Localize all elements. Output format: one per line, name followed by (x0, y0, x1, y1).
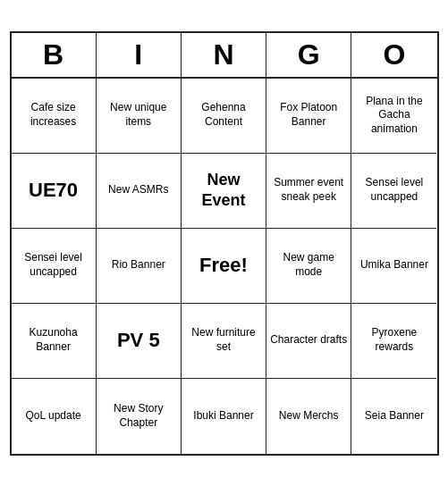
bingo-cell-0: Cafe size increases (12, 79, 97, 154)
bingo-cell-11: Rio Banner (97, 229, 182, 304)
bingo-letter-n: N (182, 33, 266, 77)
bingo-cell-8: Summer event sneak peek (266, 154, 351, 229)
bingo-cell-20: QoL update (12, 379, 97, 454)
bingo-header: BINGO (12, 33, 437, 79)
bingo-cell-1: New unique items (97, 79, 182, 154)
bingo-cell-14: Umika Banner (351, 229, 436, 304)
bingo-letter-b: B (12, 33, 97, 77)
bingo-cell-21: New Story Chapter (97, 379, 182, 454)
bingo-cell-17: New furniture set (182, 304, 266, 379)
bingo-card: BINGO Cafe size increasesNew unique item… (10, 31, 439, 456)
bingo-cell-13: New game mode (266, 229, 351, 304)
bingo-grid: Cafe size increasesNew unique itemsGehen… (12, 79, 437, 454)
bingo-letter-g: G (266, 33, 351, 77)
bingo-cell-15: Kuzunoha Banner (12, 304, 97, 379)
bingo-cell-5: UE70 (12, 154, 97, 229)
bingo-cell-22: Ibuki Banner (182, 379, 266, 454)
bingo-cell-7: New Event (182, 154, 266, 229)
bingo-cell-6: New ASMRs (97, 154, 182, 229)
bingo-cell-16: PV 5 (97, 304, 182, 379)
bingo-cell-3: Fox Platoon Banner (266, 79, 351, 154)
bingo-letter-o: O (351, 33, 436, 77)
bingo-cell-12: Free! (182, 229, 266, 304)
bingo-cell-4: Plana in the Gacha animation (351, 79, 436, 154)
bingo-cell-2: Gehenna Content (182, 79, 266, 154)
bingo-cell-19: Pyroxene rewards (351, 304, 436, 379)
bingo-cell-23: New Merchs (266, 379, 351, 454)
bingo-cell-10: Sensei level uncapped (12, 229, 97, 304)
bingo-cell-9: Sensei level uncapped (351, 154, 436, 229)
bingo-cell-18: Character drafts (266, 304, 351, 379)
bingo-cell-24: Seia Banner (351, 379, 436, 454)
bingo-letter-i: I (97, 33, 182, 77)
